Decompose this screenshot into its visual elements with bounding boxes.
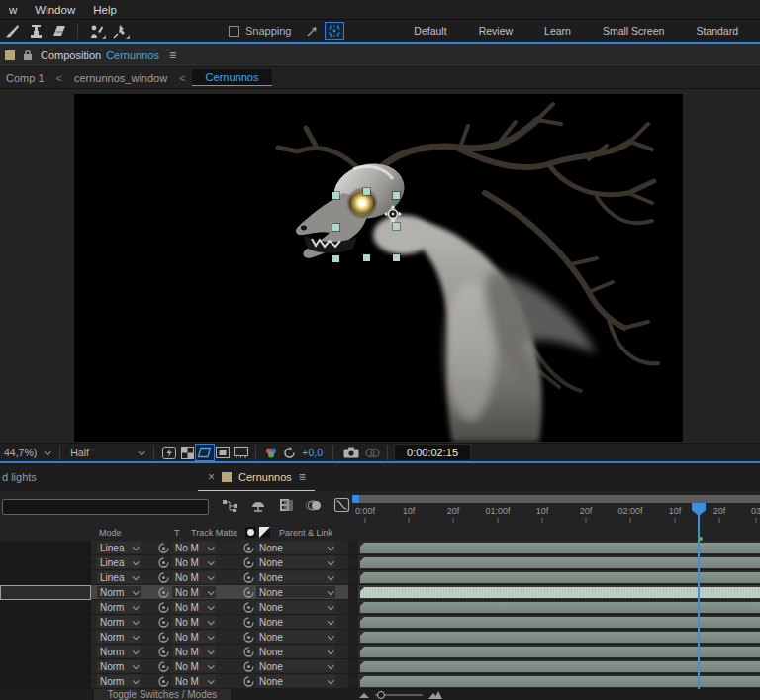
panel-divider[interactable] (348, 645, 358, 659)
track-matte-dropdown[interactable]: No M (172, 571, 216, 583)
layer-name-cell[interactable] (0, 615, 91, 630)
work-area-bar[interactable] (352, 495, 760, 503)
layer-track[interactable] (358, 555, 760, 570)
layer-name-cell[interactable] (0, 674, 91, 689)
puppet-pin-tool-button[interactable] (109, 22, 131, 40)
layer-track[interactable] (358, 659, 760, 674)
preserve-transparency-toggle[interactable] (144, 675, 156, 687)
layer-row[interactable]: NormNo MNone (0, 674, 760, 689)
track-matte-dropdown[interactable]: No M (172, 646, 216, 657)
parent-link-dropdown[interactable]: None (256, 571, 335, 583)
timeline-zoom-slider[interactable] (359, 690, 442, 700)
blend-mode-dropdown[interactable]: Norm (97, 601, 141, 613)
layer-track[interactable] (358, 674, 760, 689)
layer-row[interactable]: NormNo MNone (0, 615, 760, 630)
blend-mode-dropdown[interactable]: Norm (97, 616, 141, 628)
eraser-tool-button[interactable] (48, 22, 70, 40)
panel-menu-icon[interactable]: ≡ (299, 470, 305, 484)
composition-canvas[interactable] (74, 94, 683, 442)
brush-tool-button[interactable] (1, 22, 23, 40)
blend-mode-dropdown[interactable]: Linea (97, 571, 141, 583)
timeline-tab-active[interactable]: × Cernunnos ≡ (198, 463, 315, 491)
layer-duration-bar[interactable] (360, 557, 760, 568)
mask-visibility-button[interactable] (214, 445, 232, 460)
selection-handle-bottom-center[interactable] (363, 254, 370, 261)
zoom-slider-knob[interactable] (377, 691, 385, 699)
toggle-switches-modes-button[interactable]: Toggle Switches / Modes (94, 689, 231, 700)
parent-link-dropdown[interactable]: None (256, 556, 335, 568)
panel-divider[interactable] (348, 600, 358, 615)
preserve-transparency-toggle[interactable] (144, 616, 156, 628)
track-matte-pick-whip[interactable] (156, 661, 171, 672)
draft-3d-icon[interactable] (249, 497, 267, 513)
magnification-dropdown[interactable]: 44,7%) (0, 447, 53, 458)
parent-link-dropdown[interactable]: None (256, 646, 335, 657)
layer-duration-bar[interactable] (360, 617, 760, 628)
parent-pick-whip[interactable] (241, 661, 256, 672)
track-matte-dropdown[interactable]: No M (172, 556, 216, 568)
layer-row[interactable]: LineaNo MNone (0, 570, 760, 585)
timeline-tab-inactive[interactable]: d lights (0, 471, 198, 483)
parent-link-dropdown[interactable]: None (256, 660, 335, 672)
parent-link-dropdown[interactable]: None (256, 616, 335, 628)
blend-mode-dropdown[interactable]: Norm (97, 586, 141, 598)
take-snapshot-button[interactable] (339, 445, 363, 460)
track-matte-pick-whip[interactable] (156, 602, 171, 613)
parent-pick-whip[interactable] (241, 572, 256, 583)
track-matte-dropdown[interactable]: No M (172, 631, 216, 643)
layer-name-cell[interactable] (0, 555, 91, 570)
layer-track[interactable] (358, 645, 760, 659)
parent-pick-whip[interactable] (241, 543, 256, 553)
track-matte-pick-whip[interactable] (156, 617, 171, 628)
layer-row[interactable]: NormNo MNone (0, 630, 760, 645)
roto-brush-tool-button[interactable] (85, 22, 107, 40)
workspace-button-small-screen[interactable]: Small Screen (587, 21, 680, 41)
layer-name-cell[interactable] (0, 541, 91, 555)
layer-duration-bar[interactable] (360, 587, 760, 598)
track-matte-pick-whip[interactable] (156, 632, 171, 643)
panel-title[interactable]: Composition (41, 50, 101, 61)
parent-pick-whip[interactable] (241, 617, 256, 628)
layer-name-cell[interactable] (0, 630, 91, 645)
work-area-start-handle[interactable] (352, 495, 359, 503)
track-matte-pick-whip[interactable] (156, 676, 171, 687)
mini-flowchart-icon[interactable] (222, 497, 239, 513)
panel-menu-icon[interactable]: ≡ (169, 49, 175, 62)
blend-mode-dropdown[interactable]: Linea (97, 556, 141, 568)
layer-row[interactable]: NormNo MNone (0, 585, 760, 600)
zoom-in-mountain-icon[interactable] (428, 690, 442, 700)
panel-divider[interactable] (348, 630, 358, 645)
column-header-t[interactable]: T (174, 528, 180, 538)
preserve-transparency-toggle[interactable] (144, 601, 156, 613)
parent-pick-whip[interactable] (241, 632, 256, 643)
selection-handle-top-center[interactable] (363, 188, 370, 195)
show-snapshot-button[interactable] (363, 445, 381, 460)
parent-link-dropdown[interactable]: None (256, 601, 335, 613)
resolution-dropdown[interactable]: Half (66, 447, 147, 458)
channel-settings-button[interactable] (262, 445, 280, 460)
close-icon[interactable]: × (208, 470, 215, 484)
layer-name-cell[interactable] (0, 570, 91, 585)
menu-view-partial[interactable]: w (0, 4, 26, 16)
clone-stamp-tool-button[interactable] (25, 22, 47, 40)
layer-row[interactable]: NormNo MNone (0, 645, 760, 659)
column-header-mode[interactable]: Mode (99, 528, 122, 538)
selection-handle-bottom-right[interactable] (393, 254, 400, 261)
composition-marker[interactable] (699, 537, 703, 541)
track-matte-dropdown[interactable]: No M (172, 542, 216, 553)
exposure-value[interactable]: +0,0 (298, 447, 327, 458)
parent-link-dropdown[interactable]: None (256, 586, 335, 598)
current-time-field[interactable]: 0:00:02:15 (394, 444, 471, 461)
selection-handle-bottom-left[interactable] (332, 255, 339, 262)
menu-help[interactable]: Help (84, 4, 126, 16)
blend-mode-dropdown[interactable]: Norm (97, 631, 141, 643)
column-header-track-matte[interactable]: Track Matte (191, 528, 238, 538)
parent-link-dropdown[interactable]: None (256, 675, 335, 687)
track-matte-dropdown[interactable]: No M (172, 675, 216, 687)
region-of-interest-button[interactable] (196, 445, 214, 460)
composition-viewer[interactable] (0, 89, 760, 443)
track-matte-pick-whip[interactable] (156, 587, 171, 598)
breadcrumb-comp1[interactable]: Comp 1 (0, 72, 50, 84)
layer-duration-bar[interactable] (360, 602, 760, 613)
layer-track[interactable] (358, 615, 760, 630)
